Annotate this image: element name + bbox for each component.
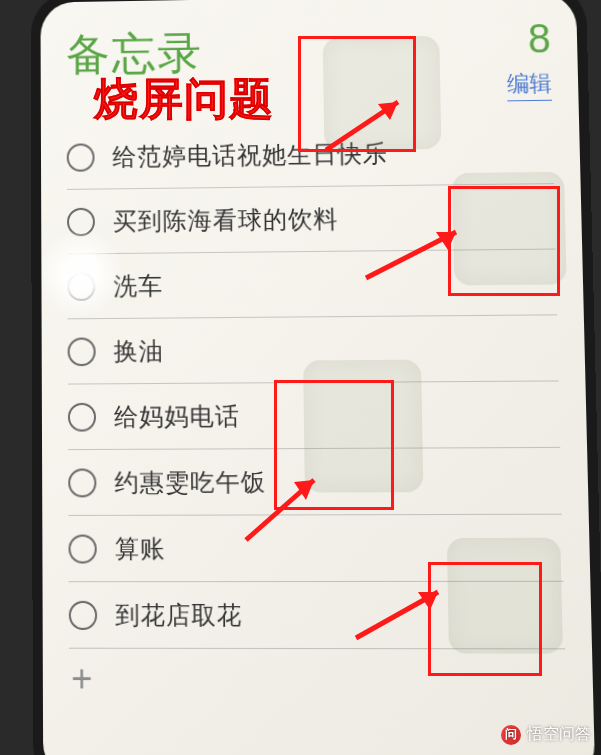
watermark-text: 悟空问答 bbox=[527, 724, 591, 745]
plus-icon: + bbox=[71, 657, 93, 701]
checkbox-icon[interactable] bbox=[69, 600, 97, 629]
list-item-label: 换油 bbox=[114, 334, 164, 367]
list-item-label: 买到陈海看球的饮料 bbox=[113, 202, 339, 237]
list-item-label: 算账 bbox=[115, 532, 166, 565]
checkbox-icon[interactable] bbox=[67, 143, 95, 171]
burnin-ghost bbox=[447, 538, 563, 654]
note-count: 8 bbox=[506, 18, 552, 59]
list-item-label: 给妈妈电话 bbox=[114, 399, 240, 433]
add-note-button[interactable]: + bbox=[69, 649, 566, 711]
checkbox-icon[interactable] bbox=[68, 468, 96, 497]
list-item-label: 约惠雯吃午饭 bbox=[114, 465, 266, 499]
list-item-label: 到花店取花 bbox=[115, 598, 242, 631]
checkbox-icon[interactable] bbox=[68, 337, 96, 366]
annotation-label: 烧屏问题 bbox=[94, 70, 274, 129]
list-item-label: 洗车 bbox=[113, 269, 163, 302]
burnin-ghost bbox=[303, 360, 423, 493]
checkbox-icon[interactable] bbox=[68, 534, 96, 563]
burnin-ghost bbox=[452, 172, 567, 286]
edit-button[interactable]: 编辑 bbox=[507, 68, 552, 101]
checkbox-icon[interactable] bbox=[67, 207, 95, 236]
checkbox-icon[interactable] bbox=[67, 272, 95, 301]
burnin-ghost bbox=[323, 36, 442, 151]
watermark-icon: 问 bbox=[501, 725, 521, 745]
watermark: 问 悟空问答 bbox=[501, 724, 591, 745]
checkbox-icon[interactable] bbox=[68, 402, 96, 431]
